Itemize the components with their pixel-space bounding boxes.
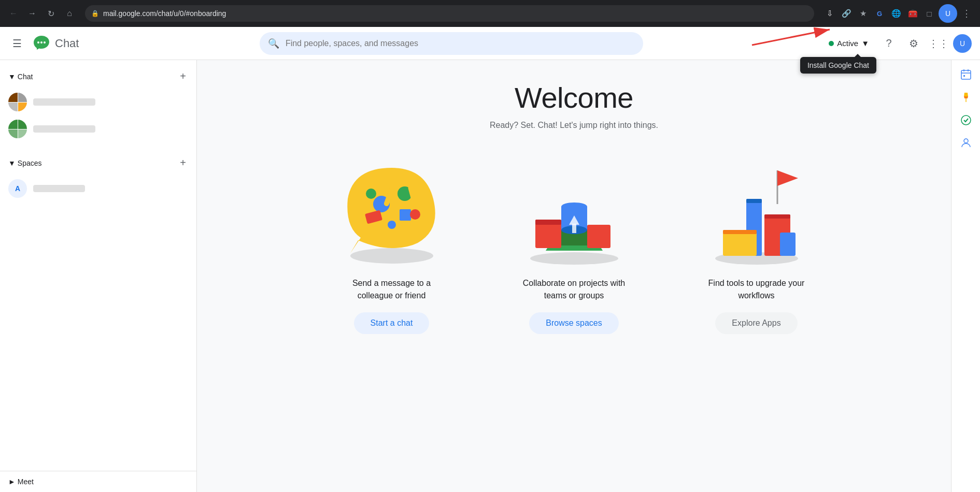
explore-apps-card: Find tools to upgrade your workflows Exp… xyxy=(674,155,840,334)
profile-avatar[interactable]: U xyxy=(939,4,957,23)
collapse-icon: ▼ xyxy=(8,73,16,81)
split-view-button[interactable]: □ xyxy=(922,6,936,21)
svg-point-3 xyxy=(40,41,42,44)
download-button[interactable]: ⇩ xyxy=(822,6,837,21)
group-avatar-2 xyxy=(8,120,27,138)
search-input[interactable] xyxy=(286,39,635,48)
svg-point-43 xyxy=(964,139,968,143)
svg-point-42 xyxy=(961,115,971,125)
hamburger-icon: ☰ xyxy=(12,37,22,50)
chat-bubble-svg xyxy=(337,157,446,266)
start-chat-button[interactable]: Start a chat xyxy=(354,312,430,334)
status-chevron-icon: ▼ xyxy=(861,39,869,48)
main-layout: ▼ Chat + xyxy=(0,60,980,492)
list-item[interactable] xyxy=(0,115,196,142)
home-button[interactable]: ⌂ xyxy=(62,6,77,21)
url-text: mail.google.com/chat/u/0/#onboarding xyxy=(103,9,226,18)
spaces-card-desc: Collaborate on projects with teams or gr… xyxy=(517,277,631,302)
chat-name-2 xyxy=(33,125,95,133)
svg-rect-32 xyxy=(764,214,790,219)
contacts-rail-icon[interactable] xyxy=(956,133,976,153)
svg-line-1 xyxy=(752,30,830,45)
chat-section: ▼ Chat + xyxy=(0,60,196,147)
settings-button[interactable]: ⚙ xyxy=(903,33,924,54)
browser-action-buttons: ⇩ 🔗 ★ G 🌐 🧰 □ U ⋮ xyxy=(822,4,974,23)
reload-button[interactable]: ↻ xyxy=(44,6,58,21)
google-icon-button[interactable]: G xyxy=(872,6,887,21)
svg-point-14 xyxy=(388,221,396,229)
chat-card-desc: Send a message to a colleague or friend xyxy=(335,277,449,302)
keep-rail-icon[interactable] xyxy=(956,87,976,108)
apps-svg xyxy=(702,157,811,266)
apps-illustration xyxy=(700,155,814,269)
svg-point-11 xyxy=(366,189,376,199)
explore-apps-button[interactable]: Explore Apps xyxy=(715,312,797,334)
chat-name xyxy=(33,98,95,106)
svg-rect-30 xyxy=(746,199,762,203)
address-bar[interactable]: 🔒 mail.google.com/chat/u/0/#onboarding xyxy=(85,5,814,22)
welcome-cards: Send a message to a colleague or friend … xyxy=(289,155,859,334)
sidebar: ▼ Chat + xyxy=(0,60,197,492)
spaces-svg xyxy=(520,157,629,266)
add-space-button[interactable]: + xyxy=(178,155,188,171)
share-button[interactable]: 🔗 xyxy=(839,6,854,21)
meet-title: ► Meet xyxy=(8,477,188,486)
spaces-illustration xyxy=(517,155,631,269)
grid-icon: ⋮⋮ xyxy=(928,37,949,50)
browser-chrome: ← → ↻ ⌂ 🔒 mail.google.com/chat/u/0/#onbo… xyxy=(0,0,980,27)
help-icon: ? xyxy=(886,37,891,49)
welcome-subtitle: Ready? Set. Chat! Let's jump right into … xyxy=(490,121,658,130)
chat-section-title: ▼ Chat xyxy=(8,73,33,81)
forward-button[interactable]: → xyxy=(25,6,39,21)
search-icon: 🔍 xyxy=(268,38,279,49)
space-icon: A xyxy=(8,179,27,198)
group-avatar xyxy=(8,93,27,111)
app-bar-right: Active ▼ ? ⚙ ⋮⋮ U xyxy=(823,33,972,54)
svg-marker-28 xyxy=(777,170,798,186)
meet-header[interactable]: ► Meet xyxy=(0,471,196,492)
menu-button[interactable]: ⋮ xyxy=(959,6,974,21)
svg-point-15 xyxy=(530,252,618,265)
svg-rect-40 xyxy=(963,75,965,77)
svg-point-4 xyxy=(44,41,46,44)
browse-spaces-card: Collaborate on projects with teams or gr… xyxy=(491,155,657,334)
add-chat-button[interactable]: + xyxy=(178,68,188,84)
meet-section: ► Meet xyxy=(0,471,196,492)
svg-rect-25 xyxy=(572,224,576,233)
extensions-button[interactable]: 🧰 xyxy=(905,6,920,21)
hamburger-button[interactable]: ☰ xyxy=(8,33,26,54)
install-tooltip: Install Google Chat xyxy=(800,57,876,74)
svg-rect-20 xyxy=(587,225,610,248)
help-button[interactable]: ? xyxy=(878,33,899,54)
list-item[interactable] xyxy=(0,89,196,115)
install-arrow xyxy=(742,27,845,48)
app-title: Chat xyxy=(55,37,79,50)
spaces-section: ▼ Spaces + A xyxy=(0,147,196,206)
space-name xyxy=(33,185,85,192)
chat-info-2 xyxy=(33,125,188,133)
chat-section-header[interactable]: ▼ Chat + xyxy=(0,64,196,89)
main-content: Welcome Ready? Set. Chat! Let's jump rig… xyxy=(197,60,951,492)
calendar-rail-icon[interactable] xyxy=(956,64,976,85)
svg-rect-19 xyxy=(535,220,561,225)
meet-expand-icon: ► xyxy=(8,477,16,486)
back-button[interactable]: ← xyxy=(6,6,21,21)
svg-rect-9 xyxy=(400,209,411,221)
browse-spaces-button[interactable]: Browse spaces xyxy=(529,312,619,334)
tasks-rail-icon[interactable] xyxy=(956,110,976,131)
welcome-title: Welcome xyxy=(515,81,633,114)
svg-rect-36 xyxy=(961,70,971,79)
translate-button[interactable]: 🌐 xyxy=(889,6,903,21)
apps-card-desc: Find tools to upgrade your workflows xyxy=(700,277,814,302)
chat-logo-icon xyxy=(32,34,51,53)
bookmark-button[interactable]: ★ xyxy=(856,6,870,21)
apps-grid-button[interactable]: ⋮⋮ xyxy=(928,33,949,54)
spaces-section-title: ▼ Spaces xyxy=(8,159,42,167)
search-bar[interactable]: 🔍 xyxy=(260,32,643,55)
svg-point-12 xyxy=(410,209,420,220)
list-item[interactable]: A xyxy=(0,175,196,202)
spaces-section-header[interactable]: ▼ Spaces + xyxy=(0,151,196,175)
user-avatar[interactable]: U xyxy=(953,34,972,53)
gear-icon: ⚙ xyxy=(909,37,918,50)
svg-rect-34 xyxy=(723,230,757,234)
